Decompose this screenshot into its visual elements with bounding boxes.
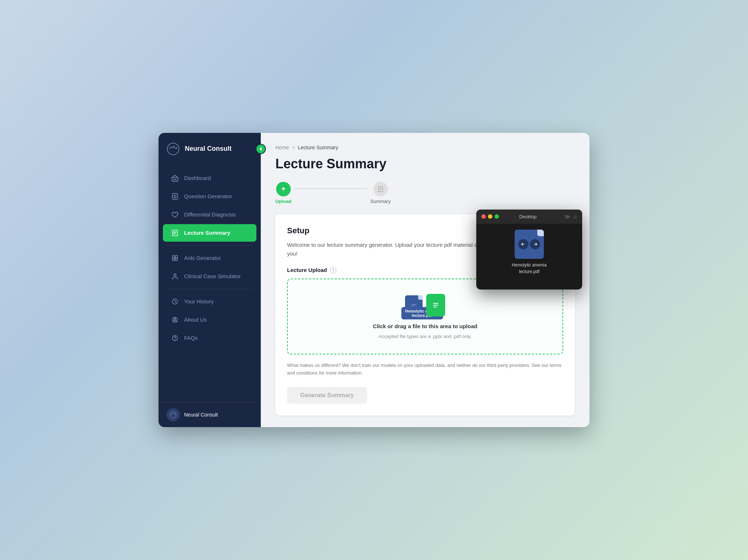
breadcrumb-separator: > <box>292 145 295 150</box>
breadcrumb-current: Lecture Summary <box>298 145 338 150</box>
svg-point-14 <box>174 318 176 320</box>
titlebar-actions: ≫ ⌕ <box>564 213 577 220</box>
question-circle-icon <box>171 334 179 342</box>
desktop-file[interactable]: Hemolytic anemialecture.pdf <box>512 230 546 275</box>
desktop-window: Desktop ≫ ⌕ <box>476 210 582 289</box>
heart-pulse-icon <box>171 211 179 219</box>
stepper: Upload Summary <box>275 182 575 204</box>
svg-rect-18 <box>378 187 383 192</box>
svg-rect-1 <box>172 177 178 182</box>
svg-point-16 <box>175 339 175 340</box>
sidebar-item-label: FAQs <box>184 335 198 341</box>
step-connector <box>294 188 367 189</box>
sidebar-item-label: Question Generator <box>184 193 232 199</box>
titlebar-expand-icon[interactable]: ≫ <box>564 213 570 220</box>
svg-rect-8 <box>175 256 178 258</box>
person-circle-icon <box>171 316 179 324</box>
home-icon <box>171 174 179 182</box>
upload-sub-text: Accepted file types are a .pptx and .pdf… <box>379 334 472 339</box>
sidebar-collapse-button[interactable] <box>256 144 266 154</box>
main-content: Home > Lecture Summary Lecture Summary U… <box>261 133 589 427</box>
document-lines-icon <box>171 229 179 237</box>
sidebar-item-about-us[interactable]: About Us <box>163 311 256 329</box>
person-icon <box>171 272 179 280</box>
sidebar-item-faqs[interactable]: FAQs <box>163 329 256 347</box>
desktop-file-icon <box>515 230 544 259</box>
upload-label-text: Lecture Upload <box>287 267 327 273</box>
desktop-window-title: Desktop <box>495 214 561 219</box>
question-generator-icon: ? <box>171 192 179 200</box>
footer-name: Neural Consult <box>184 412 218 418</box>
minimize-window-dot[interactable] <box>488 214 492 219</box>
upload-zone-icons: Hemolytic anemialecture.pdf <box>405 294 445 317</box>
generate-summary-button[interactable]: Generate Summary <box>287 387 367 404</box>
sidebar-item-lecture-summary[interactable]: Lecture Summary <box>163 224 256 242</box>
desktop-file-name: Hemolytic anemialecture.pdf <box>512 262 546 275</box>
footer-logo <box>167 408 180 421</box>
svg-rect-10 <box>175 258 178 261</box>
sidebar-item-label: Differential Diagnosis <box>184 211 236 218</box>
sidebar-item-label: Dashboard <box>184 175 211 181</box>
privacy-note: What makes us different? We don't train … <box>287 362 563 377</box>
upload-help-icon[interactable]: ? <box>330 267 336 273</box>
sidebar-nav: Dashboard ? Question Generator Different… <box>159 165 261 402</box>
svg-rect-7 <box>172 256 175 258</box>
sidebar-title: Neural Consult <box>185 145 232 153</box>
step-summary-circle <box>373 182 388 196</box>
nav-divider-2 <box>167 289 253 289</box>
sidebar-footer: Neural Consult <box>159 402 261 427</box>
svg-rect-9 <box>172 258 175 261</box>
svg-text:?: ? <box>176 197 178 200</box>
sidebar-item-label: Your History <box>184 298 214 304</box>
sidebar-header: Neural Consult <box>159 133 261 165</box>
breadcrumb-home[interactable]: Home <box>275 145 289 150</box>
sidebar-item-dashboard[interactable]: Dashboard <box>163 169 256 187</box>
sidebar-item-label: Lecture Summary <box>184 230 230 236</box>
step-summary-label: Summary <box>370 199 391 204</box>
svg-point-0 <box>167 143 179 155</box>
step-upload-circle <box>276 182 291 196</box>
step-summary: Summary <box>370 182 391 204</box>
close-window-dot[interactable] <box>481 214 486 219</box>
sidebar-item-label: Anki Generator <box>184 255 221 261</box>
clock-icon <box>171 298 179 306</box>
file-icon-large <box>426 294 445 317</box>
grid-icon <box>171 254 179 262</box>
titlebar-search-icon[interactable]: ⌕ <box>573 213 577 220</box>
step-upload: Upload <box>275 182 291 204</box>
app-logo <box>166 142 180 156</box>
upload-zone[interactable]: Hemolytic anemialecture.pdf Click or dra… <box>287 279 563 354</box>
step-upload-label: Upload <box>275 199 291 204</box>
breadcrumb: Home > Lecture Summary <box>275 145 575 150</box>
sidebar-item-differential-diagnosis[interactable]: Differential Diagnosis <box>163 206 256 223</box>
page-title: Lecture Summary <box>275 156 575 172</box>
desktop-titlebar: Desktop ≫ ⌕ <box>476 210 582 224</box>
desktop-body: Hemolytic anemialecture.pdf <box>476 224 582 289</box>
upload-main-text: Click or drag a file to this area to upl… <box>373 323 477 329</box>
sidebar-item-clinical-case[interactable]: Clinical Case Simulator <box>163 268 256 285</box>
sidebar-item-label: Clinical Case Simulator <box>184 273 241 279</box>
svg-point-11 <box>174 274 176 276</box>
svg-rect-2 <box>174 179 176 182</box>
sidebar: Neural Consult Dashboard ? Question Gene… <box>159 133 261 427</box>
sidebar-item-your-history[interactable]: Your History <box>163 293 256 310</box>
sidebar-item-question-generator[interactable]: ? Question Generator <box>163 188 256 205</box>
sidebar-item-anki-generator[interactable]: Anki Generator <box>163 249 256 267</box>
sidebar-item-label: About Us <box>184 317 207 323</box>
nav-divider <box>167 245 253 246</box>
file-icon-small: Hemolytic anemialecture.pdf <box>405 295 423 317</box>
